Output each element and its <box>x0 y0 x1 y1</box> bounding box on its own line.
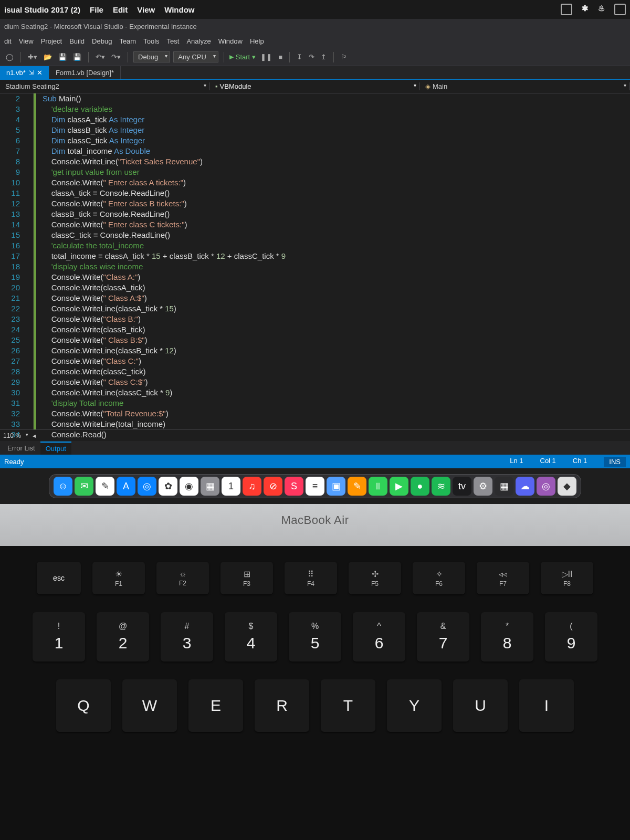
key-6[interactable]: ^6 <box>353 612 405 662</box>
vs-menu-item[interactable]: Debug <box>92 37 112 45</box>
dock-app-appstore[interactable]: A <box>117 477 135 496</box>
vs-menu-item[interactable]: Team <box>119 37 136 45</box>
step-over-icon[interactable]: ↷ <box>307 53 316 61</box>
dock-app-podcasts[interactable]: ◎ <box>537 477 555 496</box>
dock-app-numbers[interactable]: ⫴ <box>369 477 387 496</box>
dock-app-appletv[interactable]: tv <box>453 477 471 496</box>
vs-menu-item[interactable]: View <box>19 37 34 45</box>
scroll-left-icon[interactable]: ◂ <box>33 432 36 439</box>
pause-icon[interactable]: ❚❚ <box>259 53 274 61</box>
zoom-dropdown[interactable]: 110 % <box>3 432 28 439</box>
code-editor[interactable]: 2345678910111213141516171819202122232425… <box>0 93 630 429</box>
vs-menu-item[interactable]: Tools <box>143 37 159 45</box>
new-project-icon[interactable]: ✚▾ <box>26 53 39 61</box>
vs-menu-item[interactable]: Build <box>69 37 85 45</box>
key-e[interactable]: E <box>188 679 243 732</box>
dock-app-notes[interactable]: ✎ <box>96 477 114 496</box>
key-f3[interactable]: ⊞F3 <box>220 562 273 594</box>
key-1[interactable]: !1 <box>33 612 85 662</box>
key-w[interactable]: W <box>122 679 177 732</box>
platform-dropdown[interactable]: Any CPU <box>173 51 218 62</box>
key-y[interactable]: Y <box>387 679 442 732</box>
dock-app-spotify2[interactable]: ≋ <box>432 477 450 496</box>
vs-menu-item[interactable]: Help <box>250 37 264 45</box>
menubar-icon[interactable]: ♨ <box>598 4 605 15</box>
key-esc[interactable]: esc <box>37 562 81 594</box>
dock-app-shortcuts[interactable]: S <box>285 477 303 496</box>
dock-app-pages[interactable]: ✎ <box>348 477 366 496</box>
dock-app-spotify[interactable]: ● <box>411 477 429 496</box>
pin-icon[interactable]: ⇲ <box>29 69 34 76</box>
mac-menu-view[interactable]: View <box>137 5 155 14</box>
dock-app-safari[interactable]: ◎ <box>138 477 156 496</box>
stop-icon[interactable]: ■ <box>277 53 284 61</box>
doc-tab[interactable]: n1.vb* ⇲ ✕ <box>0 66 49 79</box>
dock-app-photos[interactable]: ✿ <box>159 477 177 496</box>
dock-app-messages[interactable]: ✉ <box>75 477 93 496</box>
output-tab[interactable]: Output <box>40 442 71 455</box>
open-icon[interactable]: 📂 <box>42 53 54 61</box>
vs-menu-item[interactable]: Test <box>167 37 180 45</box>
dock-app-reminders[interactable]: ≡ <box>306 477 324 496</box>
dock-app-roblox[interactable]: ◆ <box>558 477 576 496</box>
redo-icon[interactable]: ↷▾ <box>110 53 122 61</box>
key-f7[interactable]: ◃◃F7 <box>477 562 529 594</box>
dock-app-chrome[interactable]: ◉ <box>180 477 198 496</box>
doc-tab[interactable]: Form1.vb [Design]* <box>49 66 121 79</box>
nav-back-icon[interactable]: ◯ <box>4 53 15 61</box>
menubar-icon[interactable] <box>614 4 626 15</box>
dock-app-calendar[interactable]: 1 <box>222 477 240 496</box>
close-icon[interactable]: ✕ <box>37 69 43 77</box>
menubar-icon[interactable] <box>561 4 572 15</box>
key-3[interactable]: #3 <box>161 612 213 662</box>
key-f1[interactable]: ☀F1 <box>92 562 145 594</box>
key-f8[interactable]: ▷IIF8 <box>541 562 593 594</box>
key-r[interactable]: R <box>255 679 309 732</box>
vs-menu-item[interactable]: Project <box>41 37 62 45</box>
key-f4[interactable]: ⠿F4 <box>285 562 337 594</box>
dock-app-folder[interactable]: ▣ <box>327 477 345 496</box>
vs-menu-item[interactable]: Window <box>218 37 243 45</box>
key-q[interactable]: Q <box>56 679 111 732</box>
key-f6[interactable]: ✧F6 <box>413 562 465 594</box>
vs-menu-item[interactable]: dit <box>4 37 12 45</box>
key-9[interactable]: (9 <box>545 612 597 662</box>
nav-member[interactable]: Main <box>420 82 630 90</box>
mac-menu-edit[interactable]: Edit <box>113 5 128 14</box>
start-button[interactable]: Start ▾ <box>229 53 256 61</box>
fold-strip[interactable] <box>25 93 34 429</box>
mac-menu-window[interactable]: Window <box>164 5 194 14</box>
key-5[interactable]: %5 <box>289 612 341 662</box>
save-icon[interactable]: 💾 <box>57 53 68 61</box>
dock-app-launchpad[interactable]: ▦ <box>201 477 219 496</box>
dock-app-finder[interactable]: ☺ <box>54 477 72 496</box>
nav-module[interactable]: VBModule <box>210 82 420 90</box>
key-f5[interactable]: ✢F5 <box>349 562 401 594</box>
key-2[interactable]: @2 <box>97 612 149 662</box>
nav-project[interactable]: Stadium Seating2 <box>0 82 210 90</box>
dock-app-facetime[interactable]: ▶ <box>390 477 408 496</box>
key-8[interactable]: *8 <box>481 612 533 662</box>
key-i[interactable]: I <box>519 679 574 732</box>
undo-icon[interactable]: ↶▾ <box>94 53 107 61</box>
vs-menu-item[interactable]: Analyze <box>186 37 211 45</box>
dock-app-calculator[interactable]: ▦ <box>495 477 513 496</box>
step-out-icon[interactable]: ↥ <box>319 53 328 61</box>
code-content[interactable]: Sub Main() 'declare variables Dim classA… <box>36 93 290 429</box>
error-list-tab[interactable]: Error List <box>2 442 40 454</box>
dock-app-blocked[interactable]: ⊘ <box>264 477 282 496</box>
key-f2[interactable]: ☼F2 <box>156 562 209 594</box>
menubar-icon[interactable]: ✱ <box>582 4 589 15</box>
dock-app-music[interactable]: ♫ <box>243 477 261 496</box>
key-7[interactable]: &7 <box>417 612 469 662</box>
dock-app-discord[interactable]: ☁ <box>516 477 534 496</box>
save-all-icon[interactable]: 💾 <box>71 53 83 61</box>
toolbar-icon[interactable]: 🏳 <box>339 53 349 61</box>
step-into-icon[interactable]: ↧ <box>295 53 304 61</box>
key-t[interactable]: T <box>321 679 375 732</box>
key-4[interactable]: $4 <box>225 612 277 662</box>
mac-menu-file[interactable]: File <box>90 5 103 14</box>
config-dropdown[interactable]: Debug <box>133 51 170 62</box>
key-u[interactable]: U <box>453 679 508 732</box>
dock-app-settings[interactable]: ⚙ <box>474 477 492 496</box>
